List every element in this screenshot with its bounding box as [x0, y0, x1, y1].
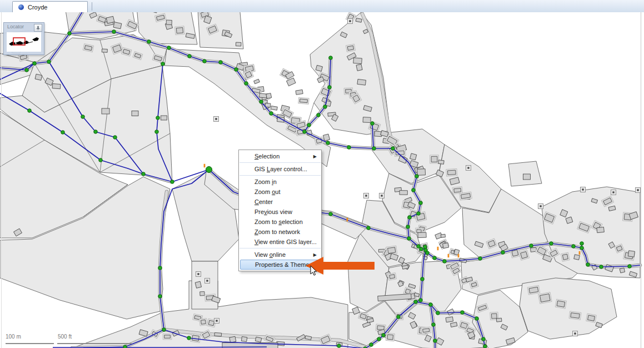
network-node[interactable] — [326, 141, 330, 145]
network-node[interactable] — [328, 86, 332, 90]
network-node[interactable] — [323, 105, 327, 109]
network-node[interactable] — [158, 266, 162, 270]
network-node[interactable] — [347, 146, 351, 150]
network-node[interactable] — [244, 82, 248, 86]
network-node[interactable] — [142, 172, 146, 176]
menu-item-center[interactable]: Center — [239, 197, 321, 207]
menu-item-zoom-to-selection[interactable]: Zoom to selection — [239, 217, 321, 227]
network-node[interactable] — [412, 188, 416, 192]
network-node[interactable] — [483, 345, 487, 348]
network-node[interactable] — [167, 46, 171, 50]
network-node[interactable] — [162, 328, 166, 332]
network-node[interactable] — [433, 256, 437, 260]
network-node[interactable] — [415, 175, 419, 178]
network-node[interactable] — [550, 242, 553, 246]
network-node[interactable] — [99, 158, 103, 162]
network-node[interactable] — [406, 225, 410, 229]
network-node[interactable] — [187, 336, 191, 340]
network-node[interactable] — [156, 116, 160, 120]
network-node[interactable] — [600, 265, 603, 269]
network-node[interactable] — [461, 311, 465, 315]
pipe-link[interactable] — [53, 347, 267, 347]
network-node[interactable] — [123, 345, 127, 348]
network-node[interactable] — [482, 337, 486, 341]
network-node[interactable] — [188, 54, 192, 58]
network-node[interactable] — [68, 32, 72, 36]
network-node[interactable] — [203, 59, 207, 63]
network-node[interactable] — [580, 246, 584, 250]
network-node[interactable] — [303, 130, 307, 134]
network-node[interactable] — [370, 343, 373, 347]
network-node[interactable] — [371, 122, 375, 126]
locator-minimap[interactable] — [7, 32, 41, 52]
network-node[interactable] — [475, 317, 479, 321]
network-node[interactable] — [407, 237, 411, 241]
network-node[interactable] — [259, 100, 263, 104]
network-node[interactable] — [408, 216, 412, 220]
network-node[interactable] — [269, 112, 273, 116]
network-node[interactable] — [572, 245, 576, 248]
network-node[interactable] — [423, 245, 427, 249]
network-node[interactable] — [426, 251, 430, 255]
network-node[interactable] — [397, 315, 401, 319]
network-node[interactable] — [372, 147, 376, 151]
network-node[interactable] — [158, 295, 162, 299]
network-node[interactable] — [419, 299, 423, 302]
network-node[interactable] — [112, 30, 116, 34]
network-node[interactable] — [417, 245, 421, 248]
network-node[interactable] — [420, 247, 423, 251]
locator-pin-button[interactable] — [34, 24, 42, 32]
network-node[interactable] — [429, 303, 433, 307]
network-node[interactable] — [147, 40, 151, 44]
network-node[interactable] — [81, 115, 85, 119]
locator-panel[interactable]: Locator — [3, 22, 44, 55]
network-node[interactable] — [337, 344, 341, 348]
network-node[interactable] — [329, 56, 333, 60]
menu-item-zoom-to-network[interactable]: Zoom to network — [239, 227, 321, 237]
network-node[interactable] — [586, 263, 590, 267]
network-node[interactable] — [94, 130, 98, 134]
network-node[interactable] — [219, 61, 223, 64]
network-node[interactable] — [628, 265, 632, 269]
network-node[interactable] — [432, 323, 436, 327]
network-node[interactable] — [419, 201, 423, 205]
network-node[interactable] — [436, 311, 440, 315]
network-node[interactable] — [377, 337, 381, 341]
network-node[interactable] — [421, 277, 425, 281]
network-node[interactable] — [501, 251, 505, 255]
network-node[interactable] — [61, 131, 65, 135]
network-node[interactable] — [530, 244, 533, 248]
network-node[interactable] — [382, 334, 386, 337]
network-node[interactable] — [391, 147, 395, 151]
network-node[interactable] — [367, 226, 371, 230]
network-node[interactable] — [155, 130, 159, 134]
network-node[interactable] — [478, 257, 482, 261]
network-node[interactable] — [25, 68, 29, 72]
network-node[interactable] — [414, 300, 418, 304]
network-node[interactable] — [307, 123, 311, 127]
network-node[interactable] — [33, 62, 37, 66]
menu-item-selection[interactable]: Selection▶ — [239, 151, 321, 161]
tab-croyde[interactable]: Croyde — [12, 1, 88, 12]
network-node[interactable] — [317, 113, 321, 117]
network-node[interactable] — [443, 260, 447, 264]
network-node[interactable] — [171, 180, 174, 184]
menu-item-gis-layer-control[interactable]: GIS Layer control... — [239, 164, 321, 174]
menu-item-view-entire-gis-layer[interactable]: View entire GIS layer... — [239, 237, 321, 247]
menu-item-zoom-out[interactable]: Zoom out — [239, 187, 321, 197]
building — [443, 243, 449, 248]
network-node[interactable] — [580, 242, 584, 246]
network-node[interactable] — [113, 136, 117, 140]
menu-item-zoom-in[interactable]: Zoom in — [239, 177, 321, 187]
network-node-major[interactable] — [206, 167, 212, 173]
network-node[interactable] — [47, 60, 51, 64]
map-canvas[interactable] — [0, 12, 644, 348]
menu-item-previous-view[interactable]: Previous view — [239, 207, 321, 217]
network-node[interactable] — [329, 212, 333, 216]
network-node[interactable] — [28, 109, 32, 113]
network-node[interactable] — [161, 62, 165, 66]
network-node[interactable] — [417, 212, 421, 216]
map-view[interactable] — [0, 12, 644, 348]
network-node[interactable] — [234, 68, 238, 72]
network-node[interactable] — [433, 339, 437, 343]
